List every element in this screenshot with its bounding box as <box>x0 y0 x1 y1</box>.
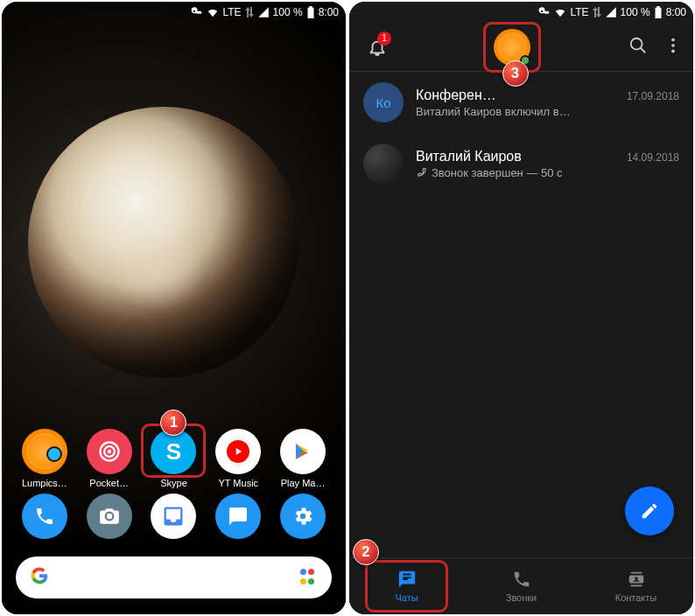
chat-date: 17.09.2018 <box>627 90 679 102</box>
app-phone[interactable] <box>16 494 74 539</box>
svg-point-5 <box>671 44 675 47</box>
clock: 8:00 <box>666 6 686 18</box>
app-label: Pocket… <box>89 478 129 488</box>
play-store-icon <box>280 429 326 474</box>
app-settings[interactable] <box>274 494 332 539</box>
step-3-badge: 3 <box>502 60 529 87</box>
notification-count-badge: 1 <box>377 32 391 46</box>
chat-subtitle: Виталий Каиров включил в… <box>416 105 679 118</box>
chat-icon <box>397 570 417 589</box>
status-bar: LTE 100 % 8:00 <box>2 2 346 23</box>
svg-point-4 <box>671 38 675 41</box>
google-logo-icon <box>30 566 49 589</box>
svg-point-6 <box>671 49 675 52</box>
messages-icon <box>215 494 261 539</box>
conference-avatar: Ко <box>363 82 404 122</box>
orange-icon <box>22 429 67 474</box>
app-inbox[interactable] <box>144 494 202 539</box>
status-bar: LTE 100 % 8:00 <box>349 2 693 23</box>
nav-label: Звонки <box>506 592 537 603</box>
chat-name: Конферен… <box>416 88 496 103</box>
signal-icon <box>257 6 270 18</box>
chat-name: Виталий Каиров <box>416 149 522 164</box>
contact-avatar <box>363 144 404 184</box>
app-play-store[interactable]: Play Ma… <box>274 429 332 488</box>
app-camera[interactable] <box>81 494 138 539</box>
network-label: LTE <box>570 6 588 18</box>
chat-date: 14.09.2018 <box>627 151 679 164</box>
app-lumpics[interactable]: Lumpics… <box>16 429 74 488</box>
more-vertical-icon <box>663 36 683 55</box>
more-menu-button[interactable] <box>663 36 683 59</box>
orange-avatar-icon <box>494 29 530 66</box>
clock: 8:00 <box>319 6 339 18</box>
phone-home-screen: LTE 100 % 8:00 Lumpics… Pocket… 1 S <box>2 2 346 614</box>
nav-label: Чаты <box>395 592 418 603</box>
chat-list: Ко Конферен… 17.09.2018 Виталий Каиров в… <box>349 72 693 557</box>
vpn-key-icon <box>538 6 551 18</box>
yt-music-icon <box>215 429 261 474</box>
call-end-icon <box>416 166 428 178</box>
app-label: YT Music <box>218 478 258 488</box>
nav-chats[interactable]: 2 Чаты <box>349 558 464 614</box>
camera-icon <box>87 494 132 539</box>
network-label: LTE <box>222 6 241 18</box>
vpn-key-icon <box>191 6 203 18</box>
nav-contacts[interactable]: Контакты <box>579 558 693 614</box>
notifications-button[interactable]: 1 <box>360 30 395 65</box>
phone-icon <box>512 570 531 589</box>
svg-point-2 <box>109 451 110 452</box>
telegram-badge-icon <box>46 446 62 462</box>
pencil-icon <box>640 501 659 521</box>
wifi-icon <box>554 6 566 18</box>
app-label: Play Ma… <box>281 478 326 488</box>
app-messages[interactable] <box>209 494 267 539</box>
nav-label: Контакты <box>615 592 657 603</box>
chat-item-vitaly[interactable]: Виталий Каиров 14.09.2018 Звонок заверше… <box>349 133 693 194</box>
app-skype[interactable]: 1 S Skype <box>144 429 202 488</box>
dock-row <box>2 494 346 539</box>
nav-calls[interactable]: Звонки <box>464 558 579 614</box>
battery-icon <box>654 6 663 18</box>
assistant-icon[interactable] <box>300 569 318 586</box>
battery-percent: 100 % <box>621 6 650 18</box>
gear-icon <box>280 494 326 539</box>
bottom-nav: 2 Чаты Звонки Контакты <box>349 557 693 614</box>
app-yt-music[interactable]: YT Music <box>209 429 267 488</box>
signal-arrows-icon <box>593 7 601 18</box>
phone-skype-screen: LTE 100 % 8:00 1 3 <box>349 2 693 614</box>
compose-fab[interactable] <box>625 486 674 536</box>
signal-icon <box>605 6 617 18</box>
inbox-icon <box>151 494 196 539</box>
search-button[interactable] <box>628 36 648 59</box>
chat-subtitle: Звонок завершен — 50 с <box>416 166 679 179</box>
app-row: Lumpics… Pocket… 1 S Skype YT Music Play… <box>2 429 346 488</box>
skype-header: 1 3 <box>349 23 693 72</box>
app-label: Lumpics… <box>22 478 67 488</box>
wifi-icon <box>207 6 219 18</box>
search-icon <box>628 36 648 55</box>
battery-icon <box>306 6 315 18</box>
app-pocket-casts[interactable]: Pocket… <box>81 429 138 488</box>
pocket-casts-icon <box>87 429 132 474</box>
step-2-badge: 2 <box>353 539 379 565</box>
svg-point-3 <box>631 38 642 49</box>
app-label: Skype <box>160 478 187 488</box>
signal-arrows-icon <box>245 7 254 18</box>
profile-avatar-button[interactable]: 3 <box>494 29 530 66</box>
google-search-bar[interactable] <box>16 556 332 598</box>
phone-icon <box>22 494 67 539</box>
battery-percent: 100 % <box>273 6 303 18</box>
contacts-icon <box>627 570 646 589</box>
